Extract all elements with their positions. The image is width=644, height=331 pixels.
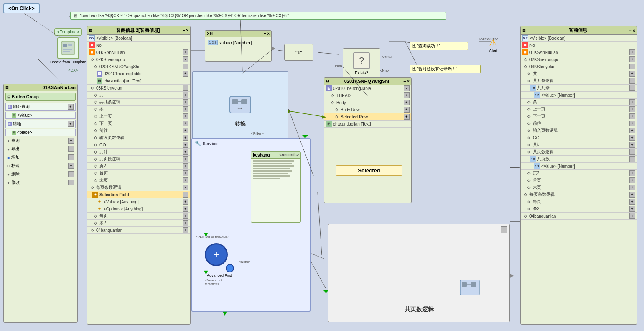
right-panel-header: ⊟ 客商信息 − × <box>521 26 637 35</box>
xh-content: 1,2,3 xuhao [Number] <box>205 37 271 48</box>
button-group-label: ⊟ Button Group <box>5 93 76 101</box>
rp-close[interactable]: × <box>633 28 635 33</box>
rp-lastpage: ◇ 末页 + <box>521 184 637 191</box>
logic-expand-btn[interactable]: + <box>501 226 507 233</box>
btn-query-table[interactable]: ⊞ 输处查询 + <box>5 103 76 111</box>
rp-minimize[interactable]: − <box>629 28 631 33</box>
svg-line-49 <box>318 192 322 255</box>
row-tiao2: ◇ 条2 + <box>87 220 190 227</box>
btn-delete[interactable]: ● 删除 + <box>5 170 76 178</box>
left-panel-header: ⊟ 01KSAnNiuLan <box>4 84 77 91</box>
svg-line-5 <box>318 52 339 54</box>
adv-find-label: Advanced Find <box>207 273 232 277</box>
rp-fyl: ◇ 03KSfenyelan - <box>521 63 637 70</box>
expand-ys[interactable]: - <box>183 64 188 69</box>
svg-rect-28 <box>63 44 67 47</box>
rp-goto: ◇ 前往 + <box>521 120 637 127</box>
none-label: <None> <box>239 260 251 264</box>
adv-find-circle: + <box>205 243 228 266</box>
rp-total: ◇ 共计 + <box>521 141 637 149</box>
alert-node: ⚠ Alert <box>489 38 498 53</box>
svg-rect-29 <box>68 44 72 46</box>
btn-add[interactable]: ■ 增加 + <box>5 154 76 161</box>
rp-next: ◇ 下一页 + <box>521 113 637 120</box>
info2-panel-header: ⊟ 客商信息 2[客商信息] − × <box>87 26 190 35</box>
transform-node: ⟺ 转换 <box>192 71 288 146</box>
record-line-5 <box>253 170 292 172</box>
service-panel: 🔧 Service <Filter> keshang <Records> <box>191 138 311 312</box>
row-total: ◇ 共计 + <box>87 149 190 156</box>
info2-minimize[interactable]: − <box>183 28 185 33</box>
btn-export[interactable]: ● 导出 + <box>5 145 76 153</box>
big-logic-box: 共页数逻辑 + <box>328 224 510 322</box>
row-options-anything: ✦ <Options> [Anything] + <box>87 205 190 213</box>
row-chaxun: ⊞ chaxuntiaojian [Text] <box>87 77 190 85</box>
create-label: Create from Template <box>50 60 86 64</box>
btn-modify[interactable]: ● 修改 + <box>5 179 76 186</box>
expand-fyl[interactable]: - <box>183 85 188 91</box>
ys-minimize[interactable]: − <box>403 79 406 84</box>
row-neirongqu: ◇ 02KSneirongqu - <box>87 56 190 63</box>
info2-close[interactable]: × <box>186 28 188 33</box>
record-line-2 <box>253 163 292 164</box>
row-yangshi: ◇ 0201KSNRQYangShi - <box>87 63 190 70</box>
template-icon[interactable] <box>57 37 79 59</box>
info2-title: 客商信息 2[客商信息] <box>116 27 160 33</box>
svg-rect-38 <box>462 282 467 287</box>
row-goto: ◇ 前往 + <box>87 127 190 134</box>
green-arrow-2: ▼ <box>203 269 209 276</box>
record-line-7 <box>253 175 290 177</box>
ys-close[interactable]: × <box>407 79 410 84</box>
logic-transform-icon <box>459 279 480 301</box>
service-header: 🔧 Service <box>192 139 310 148</box>
btn-search[interactable]: ● 查询 + <box>5 137 76 144</box>
svg-rect-31 <box>63 51 70 52</box>
btn-title[interactable]: □ 标题 + <box>5 162 76 169</box>
rp-nrq: ◇ 02KSneirongqu + <box>521 56 637 63</box>
adv-find-plus: + <box>213 249 219 261</box>
row-lastpage: ◇ 末页 + <box>87 177 190 184</box>
big-logic-label: 共页数逻辑 <box>405 306 434 313</box>
row-next: ◇ 下一页 + <box>87 120 190 127</box>
transform-label: 转换 <box>235 120 246 128</box>
btn-place[interactable]: ⊞ <place> <box>5 129 76 136</box>
rp-no: ■ No <box>521 42 637 49</box>
expand-tbl[interactable]: + <box>183 71 188 77</box>
no-label: <No> <box>380 69 389 73</box>
row-firstpage: ◇ 首页 + <box>87 170 190 177</box>
logic-right-port <box>509 273 514 278</box>
expand-nrq[interactable]: - <box>183 56 188 62</box>
expand-gong[interactable]: + <box>183 92 188 98</box>
ys-row-table: ⊞ 020101neirongTable - <box>324 85 411 92</box>
row-table: ⊞ 020101neirongTable + <box>87 70 190 77</box>
row-meipage: ◇ 每页 + <box>87 213 190 220</box>
btn-input-table[interactable]: ⊞ 请输 + <box>5 120 76 128</box>
record-line-1 <box>253 160 294 162</box>
ny-icon: NY <box>89 35 95 41</box>
xh-close[interactable]: × <box>267 31 270 36</box>
adv-find-icon: + <box>205 243 234 272</box>
exists2-node: ? Exists2 <Yes> <No> Item <box>343 48 380 80</box>
xh-minimize[interactable]: − <box>264 31 266 36</box>
xh-output-port <box>271 46 275 51</box>
svg-rect-32 <box>230 96 251 113</box>
rp-tiao2: ◇ 条2 + <box>521 205 637 213</box>
row-meitiao: ◇ 每页条数逻辑 - <box>87 184 190 191</box>
adv-find-lens <box>226 264 234 272</box>
left-panel-content: ⊟ Button Group ⊞ 输处查询 + ⊞ <Value> ⊞ 请输 +… <box>4 91 77 189</box>
msg-success: 图"查询成功！" <box>410 42 468 50</box>
row-inputpage: ◇ 输入页数逻辑 + <box>87 134 190 141</box>
row-value-anything: ✦ <Value> [Anything] + <box>87 198 190 205</box>
rp-gong: ◇ 共 + <box>521 70 637 77</box>
svg-rect-30 <box>63 49 72 50</box>
transform-icon: ⟺ <box>228 94 253 118</box>
cx-label: <CX> <box>68 68 78 72</box>
row-gongjitiao: ◇ 共几条逻辑 + <box>87 99 190 106</box>
rp-totalpage: ◇ 共页数逻辑 - <box>521 149 637 156</box>
rp-tp-value: 1,2 <Value> [Number] <box>521 163 637 170</box>
btn-value[interactable]: ⊞ <Value> <box>5 112 76 119</box>
svg-line-48 <box>309 176 318 184</box>
expand-diamond: ◇ <box>89 56 95 62</box>
expand-niulan[interactable]: + <box>183 49 188 55</box>
row-visible: NY <Visible> [Boolean] <box>87 35 190 42</box>
